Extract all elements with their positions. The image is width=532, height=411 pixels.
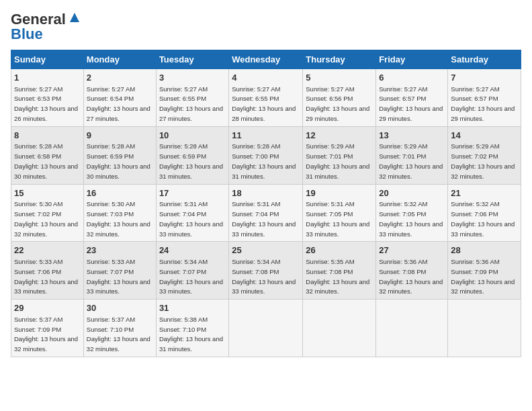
sunset-info: Sunset: 6:59 PM: [87, 152, 134, 160]
sunset-info: Sunset: 6:57 PM: [379, 95, 426, 102]
weekday-header-monday: Monday: [83, 50, 156, 69]
daylight-info: Daylight: 13 hours and 32 minutes.: [87, 220, 150, 238]
day-number: 20: [379, 187, 445, 199]
logo: General Blue: [11, 11, 82, 43]
daylight-info: Daylight: 13 hours and 27 minutes.: [159, 105, 223, 122]
daylight-info: Daylight: 13 hours and 31 minutes.: [232, 163, 296, 180]
sunrise-info: Sunrise: 5:35 AM: [306, 258, 354, 265]
day-number: 25: [232, 244, 300, 257]
daylight-info: Daylight: 13 hours and 32 minutes.: [14, 220, 78, 238]
daylight-info: Daylight: 13 hours and 32 minutes.: [451, 163, 515, 180]
daylight-info: Daylight: 13 hours and 31 minutes.: [159, 335, 223, 353]
calendar-week-row: 1Sunrise: 5:27 AMSunset: 6:53 PMDaylight…: [11, 69, 521, 127]
day-number: 10: [159, 130, 226, 142]
weekday-header-tuesday: Tuesday: [156, 50, 228, 69]
calendar-day-cell: 16Sunrise: 5:30 AMSunset: 7:03 PMDayligh…: [83, 184, 156, 242]
calendar-day-cell: 22Sunrise: 5:33 AMSunset: 7:06 PMDayligh…: [11, 242, 84, 300]
calendar-day-cell: 7Sunrise: 5:27 AMSunset: 6:57 PMDaylight…: [448, 69, 521, 127]
sunset-info: Sunset: 6:54 PM: [87, 95, 134, 102]
daylight-info: Daylight: 13 hours and 29 minutes.: [379, 105, 443, 122]
calendar-day-cell: 1Sunrise: 5:27 AMSunset: 6:53 PMDaylight…: [11, 69, 84, 127]
day-number: 17: [159, 187, 226, 199]
sunrise-info: Sunrise: 5:27 AM: [306, 85, 354, 93]
calendar-day-cell: 9Sunrise: 5:28 AMSunset: 6:59 PMDaylight…: [83, 126, 156, 184]
sunrise-info: Sunrise: 5:29 AM: [306, 142, 354, 150]
sunset-info: Sunset: 7:02 PM: [14, 210, 61, 218]
sunset-info: Sunset: 7:05 PM: [306, 210, 353, 218]
sunset-info: Sunset: 6:59 PM: [159, 152, 206, 160]
sunset-info: Sunset: 6:55 PM: [232, 95, 279, 102]
calendar-day-cell: 2Sunrise: 5:27 AMSunset: 6:54 PMDaylight…: [83, 69, 156, 127]
sunset-info: Sunset: 7:06 PM: [451, 210, 498, 218]
sunrise-info: Sunrise: 5:27 AM: [159, 85, 208, 93]
weekday-header-saturday: Saturday: [448, 50, 521, 69]
logo-triangle-icon: [67, 10, 82, 25]
daylight-info: Daylight: 13 hours and 33 minutes.: [159, 278, 223, 295]
sunrise-info: Sunrise: 5:30 AM: [87, 200, 135, 208]
daylight-info: Daylight: 13 hours and 30 minutes.: [14, 163, 78, 180]
calendar-day-cell: 20Sunrise: 5:32 AMSunset: 7:05 PMDayligh…: [376, 184, 448, 242]
day-number: 3: [159, 72, 226, 84]
calendar-week-row: 22Sunrise: 5:33 AMSunset: 7:06 PMDayligh…: [11, 242, 521, 300]
day-number: 13: [379, 130, 445, 142]
calendar-week-row: 15Sunrise: 5:30 AMSunset: 7:02 PMDayligh…: [11, 184, 521, 242]
calendar-day-cell: 30Sunrise: 5:37 AMSunset: 7:10 PMDayligh…: [83, 300, 156, 357]
calendar-day-cell: 13Sunrise: 5:29 AMSunset: 7:01 PMDayligh…: [376, 126, 448, 184]
calendar-day-cell: 21Sunrise: 5:32 AMSunset: 7:06 PMDayligh…: [448, 184, 521, 242]
day-number: 8: [14, 130, 81, 142]
day-number: 19: [306, 187, 373, 199]
daylight-info: Daylight: 13 hours and 32 minutes.: [379, 163, 443, 180]
sunrise-info: Sunrise: 5:28 AM: [232, 142, 280, 150]
sunrise-info: Sunrise: 5:27 AM: [87, 85, 135, 93]
day-number: 11: [232, 130, 300, 142]
day-number: 30: [87, 302, 153, 314]
day-number: 4: [232, 72, 300, 84]
sunset-info: Sunset: 7:05 PM: [379, 210, 426, 218]
daylight-info: Daylight: 13 hours and 29 minutes.: [451, 105, 515, 122]
calendar-week-row: 29Sunrise: 5:37 AMSunset: 7:09 PMDayligh…: [11, 300, 521, 357]
sunrise-info: Sunrise: 5:37 AM: [87, 316, 135, 323]
sunset-info: Sunset: 6:58 PM: [14, 152, 61, 160]
sunrise-info: Sunrise: 5:32 AM: [451, 200, 499, 208]
calendar-day-cell: 5Sunrise: 5:27 AMSunset: 6:56 PMDaylight…: [303, 69, 376, 127]
daylight-info: Daylight: 13 hours and 32 minutes.: [306, 278, 369, 295]
day-number: 15: [14, 187, 81, 199]
sunrise-info: Sunrise: 5:29 AM: [451, 142, 499, 150]
day-number: 28: [451, 244, 518, 257]
sunrise-info: Sunrise: 5:31 AM: [159, 200, 208, 208]
day-number: 22: [14, 244, 81, 257]
calendar-day-cell: 29Sunrise: 5:37 AMSunset: 7:09 PMDayligh…: [11, 300, 84, 357]
sunrise-info: Sunrise: 5:28 AM: [159, 142, 208, 150]
day-number: 5: [306, 72, 373, 84]
page-container: General Blue SundayMondayTuesdayWednesda…: [0, 0, 532, 364]
calendar-day-cell: 6Sunrise: 5:27 AMSunset: 6:57 PMDaylight…: [376, 69, 448, 127]
calendar-day-cell: 28Sunrise: 5:36 AMSunset: 7:09 PMDayligh…: [448, 242, 521, 300]
weekday-header-friday: Friday: [376, 50, 448, 69]
sunrise-info: Sunrise: 5:28 AM: [87, 142, 135, 150]
day-number: 29: [14, 302, 81, 314]
sunset-info: Sunset: 7:03 PM: [87, 210, 134, 218]
calendar-day-cell: 10Sunrise: 5:28 AMSunset: 6:59 PMDayligh…: [156, 126, 228, 184]
sunrise-info: Sunrise: 5:32 AM: [379, 200, 427, 208]
sunrise-info: Sunrise: 5:27 AM: [451, 85, 499, 93]
calendar-day-cell: [376, 300, 448, 357]
day-number: 12: [306, 130, 373, 142]
sunset-info: Sunset: 7:08 PM: [232, 268, 279, 275]
daylight-info: Daylight: 13 hours and 33 minutes.: [232, 220, 296, 238]
daylight-info: Daylight: 13 hours and 33 minutes.: [232, 278, 296, 295]
day-number: 18: [232, 187, 300, 199]
sunset-info: Sunset: 7:08 PM: [306, 268, 353, 275]
sunrise-info: Sunrise: 5:27 AM: [379, 85, 427, 93]
calendar-day-cell: 14Sunrise: 5:29 AMSunset: 7:02 PMDayligh…: [448, 126, 521, 184]
sunset-info: Sunset: 7:07 PM: [159, 268, 206, 275]
weekday-header-thursday: Thursday: [303, 50, 376, 69]
calendar-day-cell: 24Sunrise: 5:34 AMSunset: 7:07 PMDayligh…: [156, 242, 228, 300]
sunset-info: Sunset: 7:07 PM: [87, 268, 134, 275]
daylight-info: Daylight: 13 hours and 31 minutes.: [306, 163, 369, 180]
sunrise-info: Sunrise: 5:29 AM: [379, 142, 427, 150]
weekday-header-row: SundayMondayTuesdayWednesdayThursdayFrid…: [11, 50, 521, 69]
daylight-info: Daylight: 13 hours and 31 minutes.: [159, 163, 223, 180]
sunset-info: Sunset: 7:10 PM: [159, 326, 206, 333]
daylight-info: Daylight: 13 hours and 33 minutes.: [87, 278, 150, 295]
day-number: 14: [451, 130, 518, 142]
